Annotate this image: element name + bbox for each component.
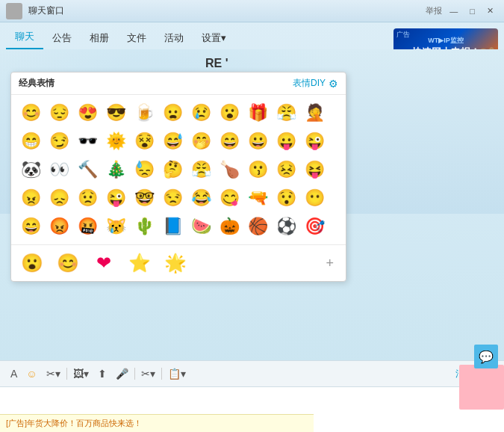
emoji-item[interactable]: 🕶️ bbox=[74, 128, 101, 155]
emoji-item[interactable]: 😓 bbox=[131, 156, 158, 183]
emoji-diy-label: 表情DIY bbox=[293, 77, 326, 90]
extra-button[interactable]: 📋▾ bbox=[164, 365, 190, 383]
emoji-panel: 经典表情 表情DIY ⚙ 😊 😔 😍 😎 🍺 😦 😢 😮 🎁 😤 🤦 bbox=[10, 72, 346, 282]
window-title: 聊天窗口 bbox=[28, 4, 64, 17]
nav-item-chat[interactable]: 聊天 bbox=[6, 27, 43, 49]
emoji-button[interactable]: ☺ bbox=[22, 365, 41, 383]
emoji-item[interactable]: 😶 bbox=[301, 185, 328, 212]
minimize-button[interactable]: — bbox=[445, 5, 462, 17]
emoji-item[interactable]: 😜 bbox=[102, 185, 129, 212]
nav-item-album[interactable]: 相册 bbox=[81, 28, 118, 49]
emoji-item[interactable]: 😡 bbox=[46, 213, 72, 240]
emoji-item[interactable]: 🐼 bbox=[17, 156, 44, 183]
emoji-item[interactable]: 🤬 bbox=[74, 213, 101, 240]
nav-item-settings[interactable]: 设置▾ bbox=[193, 28, 235, 49]
emoji-item[interactable]: 😄 bbox=[216, 128, 243, 155]
emoji-item[interactable]: 🍺 bbox=[131, 99, 158, 126]
fav-emoji-4[interactable]: ⭐ bbox=[125, 248, 155, 278]
emoji-item[interactable]: 😝 bbox=[301, 156, 328, 183]
emoji-item[interactable]: 😋 bbox=[216, 185, 243, 212]
image-button[interactable]: 🖼▾ bbox=[69, 365, 93, 383]
emoji-panel-header: 经典表情 表情DIY ⚙ bbox=[11, 72, 346, 95]
maximize-button[interactable]: □ bbox=[465, 5, 479, 17]
input-toolbar: A ☺ ✂▾ 🖼▾ ⬆ 🎤 ✂▾ 📋▾ 消息记录 ▾ bbox=[0, 360, 504, 387]
nav-item-activity[interactable]: 活动 bbox=[155, 28, 193, 49]
emoji-item[interactable]: 🍗 bbox=[216, 156, 243, 183]
add-favorite-button[interactable]: + bbox=[320, 253, 340, 274]
fav-emoji-1[interactable]: 😮 bbox=[17, 248, 47, 278]
emoji-item[interactable]: 🔫 bbox=[244, 185, 271, 212]
emoji-item[interactable]: 🍉 bbox=[187, 213, 214, 240]
emoji-item[interactable]: 🎄 bbox=[102, 156, 129, 183]
emoji-item[interactable]: 😊 bbox=[17, 99, 44, 126]
emoji-item[interactable]: 😿 bbox=[102, 213, 129, 240]
emoji-item[interactable]: 😤 bbox=[187, 156, 214, 183]
title-controls: 举报 — □ ✕ bbox=[426, 4, 498, 17]
upload-button[interactable]: ⬆ bbox=[93, 365, 111, 383]
more-button[interactable]: ✂▾ bbox=[137, 365, 160, 383]
emoji-item[interactable]: 😛 bbox=[273, 128, 299, 155]
emoji-item[interactable]: 😀 bbox=[244, 128, 271, 155]
re-text: RE ' bbox=[205, 57, 228, 70]
blue-decorative-box: 💬 bbox=[474, 345, 498, 368]
blue-box-icon: 💬 bbox=[479, 350, 494, 364]
emoji-item[interactable]: 😣 bbox=[273, 156, 299, 183]
emoji-item[interactable]: 🌵 bbox=[131, 213, 158, 240]
emoji-diy-button[interactable]: 表情DIY ⚙ bbox=[293, 77, 338, 90]
emoji-item[interactable]: 🌞 bbox=[102, 128, 129, 155]
emoji-item[interactable]: ⚽ bbox=[273, 213, 299, 240]
emoji-item[interactable]: 🔨 bbox=[74, 156, 101, 183]
emoji-item[interactable]: 😠 bbox=[17, 185, 44, 212]
emoji-item[interactable]: 😟 bbox=[74, 185, 101, 212]
emoji-item[interactable]: 😗 bbox=[244, 156, 271, 183]
emoji-item[interactable]: 😤 bbox=[273, 99, 299, 126]
emoji-panel-title: 经典表情 bbox=[19, 77, 55, 90]
emoji-item[interactable]: 😅 bbox=[159, 128, 186, 155]
emoji-item[interactable]: 🤦 bbox=[301, 99, 328, 126]
emoji-item[interactable]: 😂 bbox=[187, 185, 214, 212]
nav-bar: 聊天 公告 相册 文件 活动 设置▾ 广告 WT▶IP监控 快速网上申报！ 🐒 bbox=[0, 22, 504, 49]
nav-item-notice[interactable]: 公告 bbox=[43, 28, 81, 49]
emoji-item[interactable]: 😯 bbox=[273, 185, 299, 212]
font-button[interactable]: A bbox=[6, 365, 22, 383]
emoji-item[interactable]: 🤭 bbox=[187, 128, 214, 155]
fav-emoji-5[interactable]: 🌟 bbox=[161, 248, 190, 278]
emoji-item[interactable]: 🏀 bbox=[244, 213, 271, 240]
emoji-item[interactable]: 😵 bbox=[131, 128, 158, 155]
emoji-item[interactable]: 😍 bbox=[74, 99, 101, 126]
nav-item-file[interactable]: 文件 bbox=[118, 28, 155, 49]
fav-emoji-3[interactable]: ❤ bbox=[89, 248, 119, 278]
emoji-item[interactable]: 😏 bbox=[46, 128, 72, 155]
emoji-item[interactable]: 😞 bbox=[46, 185, 72, 212]
bottom-ad-text: [广告]年货大降价！百万商品快来选！ bbox=[6, 418, 142, 429]
fav-emoji-2[interactable]: 😊 bbox=[53, 248, 83, 278]
emoji-item[interactable]: 😜 bbox=[301, 128, 328, 155]
bottom-ad: [广告]年货大降价！百万商品快来选！ bbox=[0, 414, 314, 432]
emoji-item[interactable]: 😒 bbox=[159, 185, 186, 212]
emoji-item[interactable]: 📘 bbox=[159, 213, 186, 240]
emoji-item[interactable]: 🎃 bbox=[216, 213, 243, 240]
toolbar-sep-2 bbox=[134, 368, 135, 380]
emoji-item[interactable]: 😁 bbox=[17, 128, 44, 155]
emoji-item[interactable]: 😎 bbox=[102, 99, 129, 126]
emoji-item[interactable]: 😄 bbox=[17, 213, 44, 240]
emoji-item[interactable]: 🎯 bbox=[301, 213, 328, 240]
emoji-item[interactable]: 😦 bbox=[159, 99, 186, 126]
emoji-item[interactable]: 🤔 bbox=[159, 156, 186, 183]
ad-label: 广告 bbox=[396, 30, 410, 40]
emoji-item[interactable]: 😮 bbox=[216, 99, 243, 126]
voice-button[interactable]: 🎤 bbox=[111, 365, 133, 383]
emoji-item[interactable]: 🎁 bbox=[244, 99, 271, 126]
toolbar-sep-3 bbox=[161, 368, 162, 380]
screenshot-button[interactable]: ✂▾ bbox=[42, 365, 65, 383]
emoji-item[interactable]: 😢 bbox=[187, 99, 214, 126]
settings-icon: ⚙ bbox=[329, 78, 338, 90]
chat-area: RE ' 经典表情 表情DIY ⚙ 😊 😔 😍 😎 🍺 😦 😢 😮 bbox=[0, 49, 504, 214]
emoji-item[interactable]: 👀 bbox=[46, 156, 72, 183]
emoji-item[interactable]: 😔 bbox=[46, 99, 72, 126]
emoji-item[interactable]: 🤓 bbox=[131, 185, 158, 212]
avatar bbox=[6, 3, 22, 19]
ad-brand: WT▶IP监控 bbox=[428, 36, 464, 46]
close-button[interactable]: ✕ bbox=[482, 4, 498, 17]
report-button[interactable]: 举报 bbox=[426, 5, 442, 16]
